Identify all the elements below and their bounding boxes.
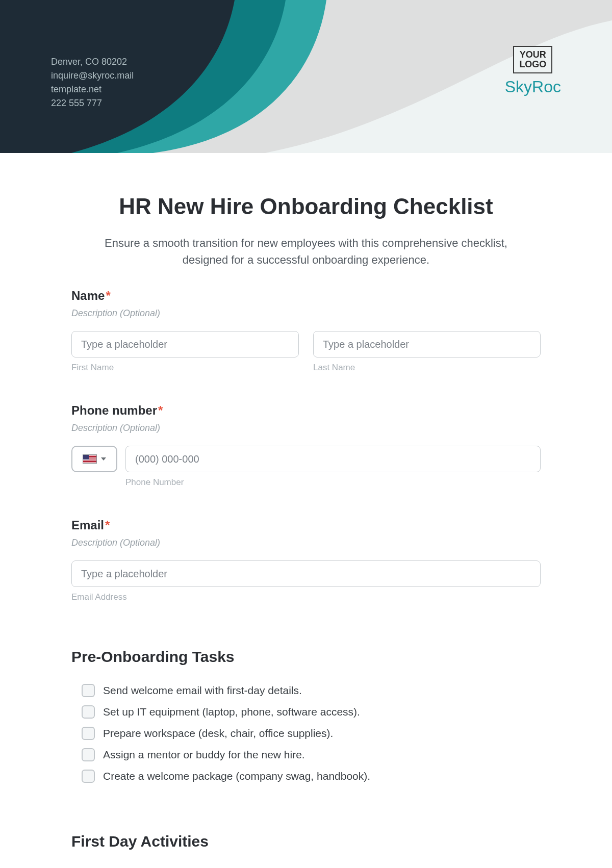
checkbox[interactable] xyxy=(82,705,95,719)
name-field: Name* Description (Optional) First Name … xyxy=(71,289,541,373)
checkbox-label: Create a welcome package (company swag, … xyxy=(103,770,370,782)
content: HR New Hire Onboarding Checklist Ensure … xyxy=(71,153,541,850)
contact-block: Denver, CO 80202 inquire@skyroc.mail tem… xyxy=(51,55,134,110)
first-day-section: First Day Activities xyxy=(71,833,541,850)
pre-onboarding-list: Send welcome email with first-day detail… xyxy=(71,680,541,787)
checkbox[interactable] xyxy=(82,727,95,740)
list-item: Set up IT equipment (laptop, phone, soft… xyxy=(71,701,541,723)
email-sublabel: Email Address xyxy=(71,592,541,602)
checkbox-label: Prepare workspace (desk, chair, office s… xyxy=(103,727,333,739)
phone-label-text: Phone number xyxy=(71,403,157,417)
last-name-input[interactable] xyxy=(313,331,541,358)
last-name-sublabel: Last Name xyxy=(313,363,541,373)
page-title: HR New Hire Onboarding Checklist xyxy=(71,194,541,219)
contact-address: Denver, CO 80202 xyxy=(51,55,134,69)
checkbox[interactable] xyxy=(82,684,95,697)
phone-label: Phone number* xyxy=(71,403,541,418)
us-flag-icon xyxy=(83,454,97,464)
phone-desc: Description (Optional) xyxy=(71,423,541,433)
email-desc: Description (Optional) xyxy=(71,538,541,548)
required-asterisk: * xyxy=(106,289,110,302)
checkbox-label: Set up IT equipment (laptop, phone, soft… xyxy=(103,706,360,718)
required-asterisk: * xyxy=(105,518,110,532)
name-desc: Description (Optional) xyxy=(71,308,541,319)
checkbox-label: Send welcome email with first-day detail… xyxy=(103,684,302,697)
chevron-down-icon xyxy=(101,457,106,461)
checkbox-label: Assign a mentor or buddy for the new hir… xyxy=(103,749,305,761)
email-label: Email* xyxy=(71,518,541,532)
header: Denver, CO 80202 inquire@skyroc.mail tem… xyxy=(0,0,612,153)
logo-line2: LOGO xyxy=(519,60,546,69)
contact-phone: 222 555 777 xyxy=(51,96,134,110)
pre-onboarding-section: Pre-Onboarding Tasks Send welcome email … xyxy=(71,648,541,787)
checkbox[interactable] xyxy=(82,770,95,783)
list-item: Assign a mentor or buddy for the new hir… xyxy=(71,744,541,765)
phone-input[interactable] xyxy=(125,446,541,472)
first-day-title: First Day Activities xyxy=(71,833,541,850)
contact-email: inquire@skyroc.mail xyxy=(51,69,134,83)
logo-placeholder: YOUR LOGO xyxy=(513,46,552,73)
phone-sublabel: Phone Number xyxy=(125,477,541,488)
country-code-select[interactable] xyxy=(71,446,117,472)
email-label-text: Email xyxy=(71,518,104,532)
contact-site: template.net xyxy=(51,83,134,96)
list-item: Prepare workspace (desk, chair, office s… xyxy=(71,723,541,744)
brand-name: SkyRoc xyxy=(505,78,561,96)
list-item: Send welcome email with first-day detail… xyxy=(71,680,541,701)
logo-line1: YOUR xyxy=(519,50,546,60)
email-field: Email* Description (Optional) Email Addr… xyxy=(71,518,541,602)
logo-block: YOUR LOGO SkyRoc xyxy=(505,46,561,96)
page-subtitle: Ensure a smooth transition for new emplo… xyxy=(87,235,525,268)
name-label-text: Name xyxy=(71,289,105,302)
phone-field: Phone number* Description (Optional) Pho… xyxy=(71,403,541,488)
required-asterisk: * xyxy=(158,403,163,417)
form: Name* Description (Optional) First Name … xyxy=(71,289,541,850)
email-input[interactable] xyxy=(71,560,541,587)
first-name-input[interactable] xyxy=(71,331,299,358)
pre-onboarding-title: Pre-Onboarding Tasks xyxy=(71,648,541,666)
first-name-sublabel: First Name xyxy=(71,363,299,373)
checkbox[interactable] xyxy=(82,748,95,761)
list-item: Create a welcome package (company swag, … xyxy=(71,765,541,787)
name-label: Name* xyxy=(71,289,541,303)
